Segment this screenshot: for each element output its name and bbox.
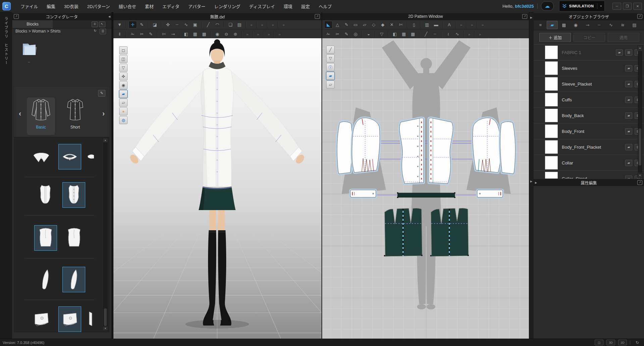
overflow-more-icon[interactable]: » [469, 21, 475, 29]
texture-icon[interactable]: ▩ [558, 21, 569, 29]
fabric-swatch[interactable] [545, 156, 558, 169]
block-thumb-body-back[interactable] [63, 226, 85, 250]
environment-icon[interactable]: ◍ [119, 116, 128, 124]
overflow-more-icon[interactable]: » [480, 21, 486, 29]
canvas-3d[interactable]: ◻◫▽✜◉▰▱●◍ [113, 38, 321, 339]
zigzag-icon[interactable]: ∿ [605, 21, 616, 29]
overflow-more-icon[interactable]: » [477, 30, 483, 38]
breadcrumb[interactable]: Blocks > Woman > Shirts [15, 29, 61, 34]
collapse-right-icon[interactable]: ▶ [530, 180, 532, 183]
fabric-row[interactable]: Body_Back▰⊞ [534, 108, 644, 123]
block-thumb-body-front[interactable] [34, 183, 56, 207]
scrollbar-thumb[interactable] [104, 308, 107, 326]
menu-2Dパターン[interactable]: 2Dパターン [83, 0, 114, 12]
show-pins-icon[interactable]: ✜ [119, 72, 128, 81]
fabric-swatch[interactable] [545, 125, 558, 138]
steam-icon[interactable]: ◠ [213, 21, 221, 29]
popout-icon[interactable]: ↗ [522, 14, 527, 19]
app-logo-icon[interactable]: C [2, 2, 11, 10]
pattern-sleeve-left[interactable] [352, 118, 380, 172]
fabric-icon[interactable]: ▰ [625, 144, 632, 150]
style-card-short[interactable]: Short [61, 97, 89, 135]
layer-garment-icon[interactable]: ▤ [235, 21, 244, 29]
carousel-prev-icon[interactable]: ‹ [19, 109, 21, 118]
fit-garment-icon[interactable]: ◫ [119, 55, 128, 63]
fabric-icon[interactable]: ▰ [625, 160, 632, 166]
config-scrollbar[interactable] [103, 143, 107, 327]
popout-icon[interactable]: ↗ [637, 14, 642, 19]
info-icon[interactable]: ⓘ [326, 63, 335, 71]
menu-縫い合せ[interactable]: 縫い合せ [114, 0, 141, 12]
fabric-swatch[interactable] [545, 61, 558, 75]
tab-blocks[interactable]: Blocks [12, 20, 53, 28]
fabric-row[interactable]: Collar▰⊞ [534, 155, 644, 171]
fabric-row[interactable]: Sleeve_Placket▰⊞ [534, 76, 644, 92]
collapse-right-icon[interactable]: ▶ [530, 16, 532, 19]
cut-sew-icon[interactable]: ✄ [397, 21, 405, 29]
select-garment-icon[interactable]: ◪ [151, 21, 159, 29]
menu-編集[interactable]: 編集 [42, 0, 60, 12]
menu-エディタ[interactable]: エディタ [158, 0, 184, 12]
avatar-skin-icon[interactable]: ● [119, 107, 128, 115]
scrollbar-thumb[interactable] [639, 129, 641, 165]
scroll-down-button[interactable]: ▼ [637, 173, 643, 178]
simulation-dropdown-caret[interactable]: ▾ [597, 3, 602, 9]
sew-segment-icon[interactable]: ✁ [129, 30, 137, 38]
refresh-button[interactable]: ↻ [92, 29, 98, 34]
block-thumb-body-front[interactable] [62, 182, 85, 208]
fold-arrange-icon[interactable]: ◧ [391, 30, 399, 38]
expand-icon[interactable]: ▶ [535, 181, 537, 184]
fabric-swatch[interactable] [545, 172, 558, 179]
block-thumb-cuff[interactable] [58, 306, 81, 332]
fabric-swatch[interactable] [545, 77, 558, 91]
menu-ヘルプ[interactable]: ヘルプ [314, 0, 336, 12]
overflow-more-icon[interactable]: » [259, 21, 265, 29]
fabric-icon[interactable]: ▰ [616, 49, 623, 56]
view-2d-button[interactable]: 2D [618, 340, 627, 345]
puckering-icon[interactable]: ≋ [617, 21, 628, 29]
pattern-under-sleeve-right[interactable] [500, 121, 515, 174]
iron-icon[interactable]: ◒ [364, 30, 373, 38]
pattern-waistband[interactable] [397, 192, 455, 198]
add-fabric-button[interactable]: ＋ 追加 [539, 33, 571, 42]
trace-icon[interactable]: ◆ [379, 21, 387, 29]
pattern-skirt-left[interactable] [384, 208, 423, 256]
block-thumb-cuff[interactable] [30, 307, 52, 332]
scroll-up-button[interactable]: ▲ [103, 138, 108, 143]
collapse-left-icon[interactable]: ◀ [108, 15, 110, 18]
block-thumb-collar[interactable] [30, 144, 52, 169]
needle-icon[interactable]: ╱ [204, 21, 212, 29]
close-button[interactable]: ✕ [633, 3, 642, 10]
scroll-down-button[interactable]: ▼ [103, 326, 108, 331]
tack-icon[interactable]: ⊸ [582, 21, 593, 29]
zigzag-pin-icon[interactable]: ≀ [444, 30, 452, 38]
select-curve-icon[interactable]: ✎ [138, 21, 146, 29]
button-icon[interactable]: ◉ [570, 21, 581, 29]
menu-環境[interactable]: 環境 [279, 0, 297, 12]
mesh-view-icon[interactable]: ▱ [326, 81, 335, 89]
add-block-button[interactable]: ＋ [92, 21, 98, 27]
split-view-button[interactable]: ◫ [595, 340, 603, 345]
buttonhole-icon[interactable]: ⊖ [222, 30, 231, 38]
sew-segment-icon[interactable]: ✁ [324, 30, 333, 38]
polygon-icon[interactable]: ▱ [360, 21, 369, 29]
dart-icon[interactable]: ◇ [369, 21, 378, 29]
fabric-row[interactable]: Sleeves▰⊞ [534, 60, 644, 76]
popout-icon[interactable]: ↗ [637, 180, 642, 185]
flip-garment-icon[interactable]: ❏ [226, 21, 235, 29]
placket-icon[interactable]: ▯ [410, 21, 418, 29]
pattern-under-sleeve-left[interactable] [337, 121, 352, 174]
fabric-icon[interactable]: ▰ [625, 65, 632, 71]
seamline-icon[interactable]: ╱ [422, 30, 430, 38]
block-thumb-collar[interactable] [58, 144, 81, 169]
overflow-more-icon[interactable]: » [255, 30, 261, 38]
fabric-swatch[interactable] [545, 46, 558, 59]
pin-tool-icon[interactable]: ╱ [326, 46, 335, 54]
sew-detect-icon[interactable]: ◎ [351, 30, 360, 38]
button-icon[interactable]: ◉ [213, 30, 221, 38]
show-garment-icon[interactable]: ▽ [378, 30, 386, 38]
text-icon[interactable]: A [445, 21, 453, 29]
overflow-more-icon[interactable]: » [266, 30, 272, 38]
edit-pattern-icon[interactable]: △ [333, 21, 342, 29]
style-card-basic[interactable]: Basic [27, 97, 55, 135]
